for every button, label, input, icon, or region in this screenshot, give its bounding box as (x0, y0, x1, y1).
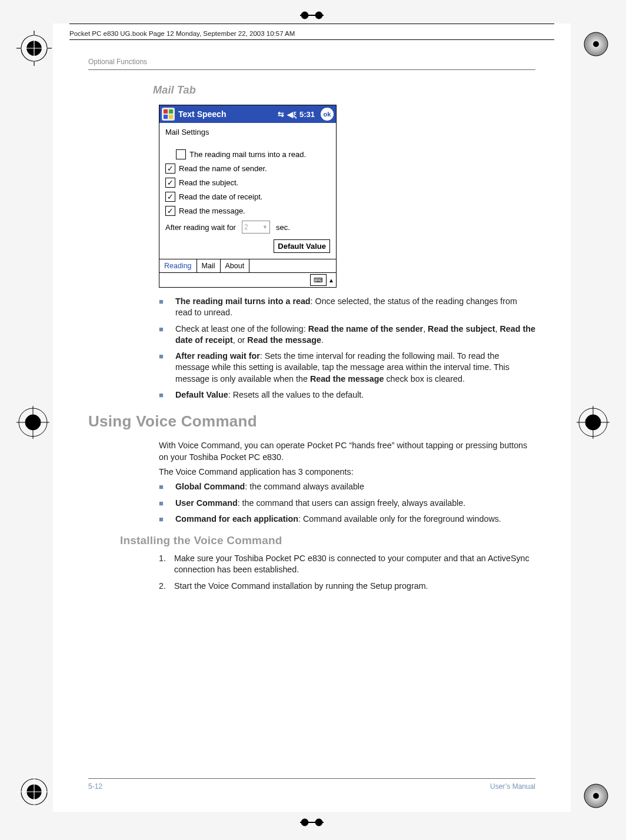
step-item: Start the Voice Command installation by … (159, 581, 535, 592)
keyboard-icon[interactable]: ⌨ (310, 274, 327, 286)
checkbox-label: The reading mail turns into a read. (189, 150, 306, 159)
voice-bullet-list: Global Command: the command always avail… (159, 481, 535, 525)
crop-mark-left (16, 406, 49, 441)
wait-label: After reading wait for (165, 223, 236, 232)
voice-command-heading: Using Voice Command (88, 412, 535, 431)
mail-bullet-list: The reading mail turns into a read: Once… (159, 296, 535, 401)
mail-tab-heading: Mail Tab (153, 84, 535, 96)
start-flag-icon[interactable] (162, 108, 175, 121)
install-heading: Installing the Voice Command (120, 534, 535, 547)
checkbox-row: ✓Read the message. (165, 206, 330, 216)
wait-value: 2 (244, 223, 248, 231)
tab-mail[interactable]: Mail (197, 259, 221, 272)
bullet-item: Command for each application: Command av… (159, 514, 535, 525)
checkbox[interactable] (176, 149, 186, 159)
clock: 5:31 (299, 110, 315, 119)
checkbox-row: ✓Read the name of sender. (165, 164, 330, 174)
checkbox[interactable]: ✓ (165, 206, 175, 216)
svg-point-16 (593, 793, 599, 799)
default-value-button[interactable]: Default Value (274, 239, 330, 253)
wait-row: After reading wait for 2 ▼ sec. (165, 221, 330, 234)
sip-bar: ⌨ ▲ (159, 272, 336, 287)
bullet-item: Default Value: Resets all the values to … (159, 389, 535, 401)
ok-button[interactable]: ok (321, 108, 334, 121)
tab-strip: ReadingMailAbout (159, 259, 336, 272)
tray: ⇆ ◀ξ 5:31 ok (278, 108, 334, 121)
checkbox[interactable]: ✓ (165, 192, 175, 202)
svg-rect-33 (164, 115, 168, 119)
checkbox-label: Read the name of sender. (179, 164, 267, 173)
divider (88, 69, 535, 70)
connectivity-icon[interactable]: ⇆ (278, 110, 284, 119)
tab-about[interactable]: About (221, 259, 250, 272)
crop-mark-right (577, 406, 610, 441)
crop-mark-bottom (300, 818, 324, 829)
checkbox-label: Read the message. (179, 206, 245, 215)
checkbox-row: ✓Read the date of receipt. (165, 192, 330, 202)
running-head: Optional Functions (88, 58, 535, 66)
page-number: 5-12 (88, 782, 102, 791)
crop-mark-bl (16, 774, 52, 809)
step-item: Make sure your Toshiba Pocket PC e830 is… (159, 553, 535, 576)
print-header-text: Pocket PC e830 UG.book Page 12 Monday, S… (69, 30, 295, 37)
install-steps: Make sure your Toshiba Pocket PC e830 is… (159, 553, 535, 592)
crop-mark-tl (16, 31, 52, 66)
bullet-item: After reading wait for: Sets the time in… (159, 351, 535, 385)
bullet-item: User Command: the command that users can… (159, 498, 535, 509)
crop-mark-top (300, 11, 324, 22)
svg-rect-34 (169, 115, 173, 119)
tab-reading[interactable]: Reading (159, 259, 197, 272)
speaker-icon[interactable]: ◀ξ (287, 110, 297, 119)
crop-mark-br (582, 782, 610, 809)
mail-settings-screenshot: Text Speech ⇆ ◀ξ 5:31 ok Mail Settings T… (159, 105, 337, 288)
manual-title: User’s Manual (490, 782, 535, 791)
svg-rect-32 (169, 109, 173, 114)
checkbox-label: Read the subject. (179, 178, 238, 187)
bullet-item: Check at least one of the following: Rea… (159, 324, 535, 346)
print-header: Pocket PC e830 UG.book Page 12 Monday, S… (69, 24, 554, 40)
footer: 5-12 User’s Manual (88, 778, 535, 791)
checkbox[interactable]: ✓ (165, 164, 175, 174)
checkbox[interactable]: ✓ (165, 178, 175, 188)
bullet-item: The reading mail turns into a read: Once… (159, 296, 535, 319)
voice-p1: With Voice Command, you can operate Pock… (159, 440, 535, 463)
chevron-down-icon: ▼ (262, 224, 268, 230)
checkbox-label: Read the date of receipt. (179, 192, 262, 201)
sip-arrow-icon[interactable]: ▲ (328, 277, 334, 284)
checkbox-row: ✓Read the subject. (165, 178, 330, 188)
checkbox-row: The reading mail turns into a read. (176, 149, 330, 159)
titlebar: Text Speech ⇆ ◀ξ 5:31 ok (159, 105, 336, 123)
svg-rect-31 (164, 109, 168, 114)
crop-mark-tr (582, 31, 610, 58)
mail-settings-label: Mail Settings (165, 128, 330, 136)
app-title: Text Speech (178, 109, 278, 119)
page: Pocket PC e830 UG.book Page 12 Monday, S… (53, 24, 571, 812)
screenshot-body: Mail Settings The reading mail turns int… (159, 123, 336, 259)
wait-select[interactable]: 2 ▼ (242, 221, 270, 234)
svg-point-10 (593, 41, 599, 47)
voice-p2: The Voice Command application has 3 comp… (159, 466, 535, 478)
bullet-item: Global Command: the command always avail… (159, 481, 535, 492)
wait-unit: sec. (276, 223, 290, 232)
